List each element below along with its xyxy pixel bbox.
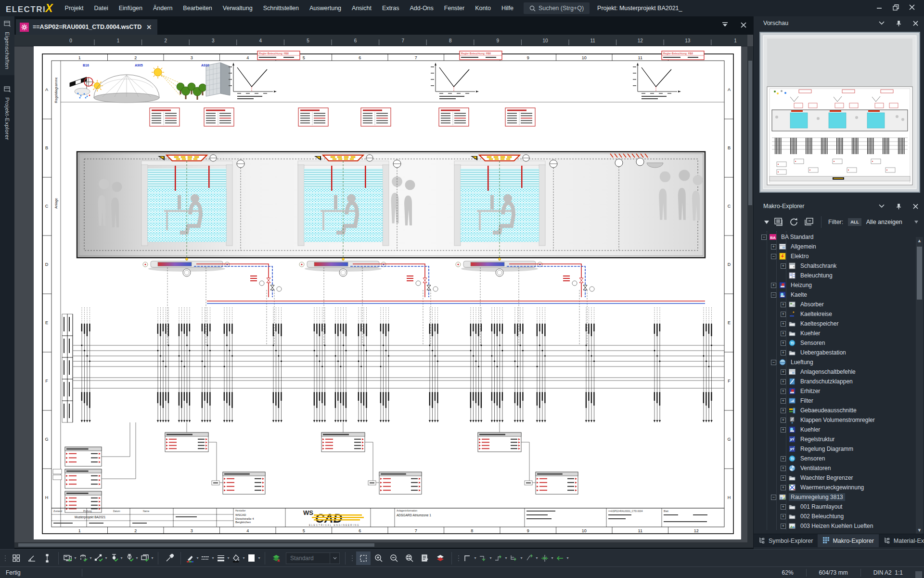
chevron-down-icon[interactable] [330, 553, 339, 564]
menu-hilfe[interactable]: Hilfe [496, 0, 519, 16]
pipette-tool[interactable] [162, 552, 177, 565]
tree-item-ventilatoren[interactable]: +Ventilatoren [754, 463, 924, 473]
zoom-level[interactable]: 62% [770, 569, 806, 576]
menu-konto[interactable]: Konto [470, 0, 496, 16]
chevron-down-icon[interactable] [879, 21, 885, 25]
tree-item-001-raumlayout[interactable]: +001 Raumlayout [754, 502, 924, 512]
collapse-icon[interactable]: − [771, 292, 776, 298]
conn-double-tool[interactable]: ▾ [539, 552, 554, 565]
collapse-icon[interactable]: − [771, 254, 776, 259]
conn-tee-tool[interactable]: ▾ [524, 552, 539, 565]
menu-datei[interactable]: Datei [89, 0, 113, 16]
filter-all-badge[interactable]: ALL [848, 218, 861, 226]
dropdown-caret-icon[interactable]: ▾ [489, 556, 491, 560]
expand-icon[interactable]: + [781, 369, 786, 375]
expand-icon[interactable]: + [781, 341, 786, 346]
menu-fenster[interactable]: Fenster [439, 0, 470, 16]
dropdown-caret-icon[interactable]: ▾ [258, 556, 260, 560]
dropdown-caret-icon[interactable]: ▾ [105, 556, 107, 560]
tree-item-filter[interactable]: +Filter [754, 396, 924, 406]
pencil-color-tool[interactable]: ▾ [185, 552, 199, 565]
tree-item-regelstruktur[interactable]: XYRegelstruktur [754, 434, 924, 444]
rail-tab-properties[interactable]: Eigenschaften [0, 16, 14, 75]
layers-delete-tool[interactable] [269, 552, 283, 565]
tree-item-absorber[interactable]: +Absorber [754, 300, 924, 309]
zoom-in-tool[interactable] [372, 552, 386, 565]
menu-projekt[interactable]: Projekt [60, 0, 89, 16]
layer-combo[interactable]: Standard [286, 552, 340, 564]
tree-scrollbar[interactable]: ▲▼ [916, 237, 923, 534]
zoom-fit-tool[interactable] [402, 552, 417, 565]
dropdown-caret-icon[interactable]: ▾ [227, 556, 229, 560]
tree-item-sensoren[interactable]: +TISensoren [754, 338, 924, 348]
collapse-icon[interactable]: − [761, 235, 767, 240]
close-icon[interactable] [913, 21, 918, 26]
tree-item-elektro[interactable]: −Elektro [754, 251, 924, 261]
resize-grip[interactable] [915, 571, 922, 578]
collapse-all-icon[interactable] [804, 217, 814, 227]
distance-measure-tool[interactable] [40, 552, 54, 565]
explorer-tab-makro-explorer[interactable]: Makro-Explorer [818, 534, 878, 547]
line-weight-tool[interactable]: ▾ [216, 552, 230, 565]
expand-icon[interactable]: + [771, 244, 776, 250]
drawing-canvas[interactable]: 0123456789101112131112233445566778899101… [14, 35, 753, 548]
pin-icon[interactable] [896, 20, 901, 26]
expand-icon[interactable]: + [781, 331, 786, 336]
minimize-button[interactable] [871, 0, 887, 14]
angle-measure-tool[interactable] [25, 552, 39, 565]
tree-item-erhitzer[interactable]: +Erhitzer [754, 386, 924, 396]
line-confirm-tool[interactable]: ▾ [93, 552, 108, 565]
expand-icon[interactable]: + [771, 283, 776, 288]
tree-dropdown-icon[interactable] [764, 221, 769, 224]
marquee-tool[interactable] [356, 552, 371, 565]
expand-icon[interactable]: + [781, 524, 786, 529]
expand-icon[interactable]: + [781, 466, 786, 471]
color-swatch-tool[interactable]: ▾ [246, 552, 261, 565]
dropdown-caret-icon[interactable]: ▾ [243, 556, 244, 560]
dropdown-caret-icon[interactable]: ▾ [74, 556, 76, 560]
conn-down-tool[interactable]: ▾ [478, 552, 492, 565]
expand-icon[interactable]: + [781, 504, 786, 510]
search-input[interactable]: Suchen (Strg+Q) [524, 2, 590, 14]
toolbar-grip[interactable] [457, 552, 461, 565]
expand-icon[interactable]: + [781, 312, 786, 317]
expand-icon[interactable]: + [781, 389, 786, 394]
tab-group-close-icon[interactable] [741, 21, 746, 30]
menu-einfgen[interactable]: Einfügen [114, 0, 148, 16]
tree-item-ba-standard[interactable]: −BABA Standard [754, 232, 924, 242]
tree-item-kaelte[interactable]: −Kaelte [754, 290, 924, 300]
collapse-icon[interactable]: − [771, 495, 776, 500]
conn-up-tool[interactable]: ▾ [493, 552, 508, 565]
document-tab-close-icon[interactable]: ✕ [145, 24, 153, 31]
menu-extras[interactable]: Extras [377, 0, 404, 16]
menu-ndern[interactable]: Ändern [148, 0, 178, 16]
dropdown-caret-icon[interactable]: ▾ [151, 556, 153, 560]
dropdown-caret-icon[interactable]: ▾ [196, 556, 198, 560]
expand-icon[interactable]: + [781, 263, 786, 269]
zoom-out-tool[interactable] [387, 552, 401, 565]
tree-item-regelung-diagramm[interactable]: XYRegelung Diagramm [754, 444, 924, 454]
dropdown-caret-icon[interactable]: ▾ [536, 556, 538, 560]
tree-item-waechter-begrenzer[interactable]: +Waechter Begrenzer [754, 473, 924, 483]
menu-bearbeiten[interactable]: Bearbeiten [178, 0, 217, 16]
tree-item-allgemein[interactable]: +Allgemein [754, 242, 924, 251]
menu-addons[interactable]: Add-Ons [404, 0, 438, 16]
tree-item-kuehler[interactable]: +Kuehler [754, 425, 924, 434]
copy-confirm-tool[interactable]: ▾ [63, 552, 77, 565]
menu-verwaltung[interactable]: Verwaltung [218, 0, 258, 16]
schematic-sheet[interactable]: 0123456789101112131112233445566778899101… [14, 35, 747, 542]
tree-item-klappen-volumenstromregler[interactable]: +Klappen Volumenstromregler [754, 415, 924, 425]
tree-item-heizung[interactable]: +Heizung [754, 280, 924, 290]
dropdown-caret-icon[interactable]: ▾ [120, 556, 122, 560]
dropdown-caret-icon[interactable]: ▾ [566, 556, 568, 560]
filter-dropdown[interactable]: Alle anzeigen [866, 219, 919, 225]
conn-branch-tool[interactable]: ▾ [509, 552, 523, 565]
node-confirm-tool[interactable]: ▾ [124, 552, 139, 565]
pin-icon[interactable] [896, 203, 901, 210]
tree-item-beleuchtung[interactable]: Beleuchtung [754, 271, 924, 280]
expand-icon[interactable]: + [781, 514, 786, 519]
preview-thumbnail[interactable] [759, 32, 920, 193]
tab-list-filter-icon[interactable] [722, 21, 728, 30]
line-style-tool[interactable]: ▾ [200, 552, 215, 565]
rail-tab-project-explorer[interactable]: Projekt-Explorer [0, 82, 14, 140]
